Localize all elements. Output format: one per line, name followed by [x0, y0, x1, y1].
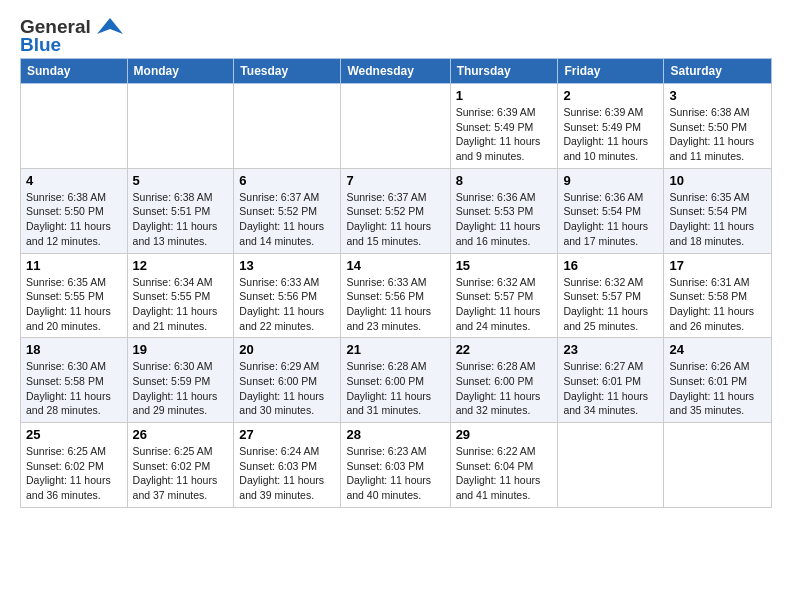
day-number: 5	[133, 173, 229, 188]
day-number: 14	[346, 258, 444, 273]
calendar-day-cell: 8Sunrise: 6:36 AM Sunset: 5:53 PM Daylig…	[450, 168, 558, 253]
day-number: 8	[456, 173, 553, 188]
calendar-day-cell: 4Sunrise: 6:38 AM Sunset: 5:50 PM Daylig…	[21, 168, 128, 253]
day-info: Sunrise: 6:30 AM Sunset: 5:58 PM Dayligh…	[26, 359, 122, 418]
day-info: Sunrise: 6:32 AM Sunset: 5:57 PM Dayligh…	[456, 275, 553, 334]
calendar-week-row: 11Sunrise: 6:35 AM Sunset: 5:55 PM Dayli…	[21, 253, 772, 338]
day-number: 7	[346, 173, 444, 188]
calendar-day-cell	[234, 84, 341, 169]
day-number: 25	[26, 427, 122, 442]
calendar-day-cell: 11Sunrise: 6:35 AM Sunset: 5:55 PM Dayli…	[21, 253, 128, 338]
weekday-header-cell: Wednesday	[341, 59, 450, 84]
day-info: Sunrise: 6:30 AM Sunset: 5:59 PM Dayligh…	[133, 359, 229, 418]
calendar-day-cell: 20Sunrise: 6:29 AM Sunset: 6:00 PM Dayli…	[234, 338, 341, 423]
day-info: Sunrise: 6:31 AM Sunset: 5:58 PM Dayligh…	[669, 275, 766, 334]
calendar-day-cell: 19Sunrise: 6:30 AM Sunset: 5:59 PM Dayli…	[127, 338, 234, 423]
calendar-day-cell: 28Sunrise: 6:23 AM Sunset: 6:03 PM Dayli…	[341, 423, 450, 508]
weekday-header-cell: Sunday	[21, 59, 128, 84]
day-info: Sunrise: 6:39 AM Sunset: 5:49 PM Dayligh…	[563, 105, 658, 164]
logo-bird-icon	[95, 16, 125, 38]
day-info: Sunrise: 6:22 AM Sunset: 6:04 PM Dayligh…	[456, 444, 553, 503]
day-info: Sunrise: 6:35 AM Sunset: 5:55 PM Dayligh…	[26, 275, 122, 334]
calendar-day-cell: 17Sunrise: 6:31 AM Sunset: 5:58 PM Dayli…	[664, 253, 772, 338]
calendar-day-cell	[341, 84, 450, 169]
day-number: 2	[563, 88, 658, 103]
calendar-day-cell	[127, 84, 234, 169]
calendar-day-cell: 27Sunrise: 6:24 AM Sunset: 6:03 PM Dayli…	[234, 423, 341, 508]
calendar-day-cell: 29Sunrise: 6:22 AM Sunset: 6:04 PM Dayli…	[450, 423, 558, 508]
weekday-header-row: SundayMondayTuesdayWednesdayThursdayFrid…	[21, 59, 772, 84]
day-info: Sunrise: 6:32 AM Sunset: 5:57 PM Dayligh…	[563, 275, 658, 334]
calendar-day-cell: 3Sunrise: 6:38 AM Sunset: 5:50 PM Daylig…	[664, 84, 772, 169]
calendar-day-cell: 6Sunrise: 6:37 AM Sunset: 5:52 PM Daylig…	[234, 168, 341, 253]
day-number: 11	[26, 258, 122, 273]
day-info: Sunrise: 6:33 AM Sunset: 5:56 PM Dayligh…	[239, 275, 335, 334]
calendar-day-cell: 25Sunrise: 6:25 AM Sunset: 6:02 PM Dayli…	[21, 423, 128, 508]
day-info: Sunrise: 6:38 AM Sunset: 5:51 PM Dayligh…	[133, 190, 229, 249]
logo-blue: Blue	[20, 34, 61, 56]
day-info: Sunrise: 6:36 AM Sunset: 5:53 PM Dayligh…	[456, 190, 553, 249]
day-number: 26	[133, 427, 229, 442]
day-info: Sunrise: 6:26 AM Sunset: 6:01 PM Dayligh…	[669, 359, 766, 418]
day-number: 16	[563, 258, 658, 273]
day-number: 27	[239, 427, 335, 442]
calendar-week-row: 4Sunrise: 6:38 AM Sunset: 5:50 PM Daylig…	[21, 168, 772, 253]
day-number: 22	[456, 342, 553, 357]
day-number: 24	[669, 342, 766, 357]
day-number: 15	[456, 258, 553, 273]
day-info: Sunrise: 6:36 AM Sunset: 5:54 PM Dayligh…	[563, 190, 658, 249]
calendar-day-cell: 15Sunrise: 6:32 AM Sunset: 5:57 PM Dayli…	[450, 253, 558, 338]
weekday-header-cell: Saturday	[664, 59, 772, 84]
calendar-day-cell	[21, 84, 128, 169]
calendar-day-cell: 22Sunrise: 6:28 AM Sunset: 6:00 PM Dayli…	[450, 338, 558, 423]
day-number: 13	[239, 258, 335, 273]
day-number: 6	[239, 173, 335, 188]
day-info: Sunrise: 6:25 AM Sunset: 6:02 PM Dayligh…	[133, 444, 229, 503]
day-number: 28	[346, 427, 444, 442]
day-number: 1	[456, 88, 553, 103]
calendar-day-cell	[558, 423, 664, 508]
weekday-header-cell: Monday	[127, 59, 234, 84]
day-info: Sunrise: 6:33 AM Sunset: 5:56 PM Dayligh…	[346, 275, 444, 334]
day-info: Sunrise: 6:27 AM Sunset: 6:01 PM Dayligh…	[563, 359, 658, 418]
day-info: Sunrise: 6:39 AM Sunset: 5:49 PM Dayligh…	[456, 105, 553, 164]
day-info: Sunrise: 6:37 AM Sunset: 5:52 PM Dayligh…	[239, 190, 335, 249]
weekday-header-cell: Thursday	[450, 59, 558, 84]
calendar-week-row: 1Sunrise: 6:39 AM Sunset: 5:49 PM Daylig…	[21, 84, 772, 169]
weekday-header-cell: Friday	[558, 59, 664, 84]
day-number: 3	[669, 88, 766, 103]
day-info: Sunrise: 6:25 AM Sunset: 6:02 PM Dayligh…	[26, 444, 122, 503]
day-number: 20	[239, 342, 335, 357]
calendar-day-cell: 12Sunrise: 6:34 AM Sunset: 5:55 PM Dayli…	[127, 253, 234, 338]
calendar-day-cell: 26Sunrise: 6:25 AM Sunset: 6:02 PM Dayli…	[127, 423, 234, 508]
calendar-body: 1Sunrise: 6:39 AM Sunset: 5:49 PM Daylig…	[21, 84, 772, 508]
day-number: 23	[563, 342, 658, 357]
day-info: Sunrise: 6:38 AM Sunset: 5:50 PM Dayligh…	[26, 190, 122, 249]
weekday-header-cell: Tuesday	[234, 59, 341, 84]
day-number: 12	[133, 258, 229, 273]
calendar-day-cell: 24Sunrise: 6:26 AM Sunset: 6:01 PM Dayli…	[664, 338, 772, 423]
calendar-day-cell: 7Sunrise: 6:37 AM Sunset: 5:52 PM Daylig…	[341, 168, 450, 253]
day-number: 18	[26, 342, 122, 357]
page-header: General Blue	[20, 16, 772, 56]
calendar-day-cell: 10Sunrise: 6:35 AM Sunset: 5:54 PM Dayli…	[664, 168, 772, 253]
calendar-day-cell: 16Sunrise: 6:32 AM Sunset: 5:57 PM Dayli…	[558, 253, 664, 338]
calendar-week-row: 25Sunrise: 6:25 AM Sunset: 6:02 PM Dayli…	[21, 423, 772, 508]
calendar-day-cell: 14Sunrise: 6:33 AM Sunset: 5:56 PM Dayli…	[341, 253, 450, 338]
calendar-week-row: 18Sunrise: 6:30 AM Sunset: 5:58 PM Dayli…	[21, 338, 772, 423]
day-number: 4	[26, 173, 122, 188]
day-info: Sunrise: 6:37 AM Sunset: 5:52 PM Dayligh…	[346, 190, 444, 249]
calendar-day-cell: 13Sunrise: 6:33 AM Sunset: 5:56 PM Dayli…	[234, 253, 341, 338]
calendar-day-cell: 23Sunrise: 6:27 AM Sunset: 6:01 PM Dayli…	[558, 338, 664, 423]
calendar-day-cell: 1Sunrise: 6:39 AM Sunset: 5:49 PM Daylig…	[450, 84, 558, 169]
logo: General Blue	[20, 16, 125, 56]
calendar-day-cell: 5Sunrise: 6:38 AM Sunset: 5:51 PM Daylig…	[127, 168, 234, 253]
day-info: Sunrise: 6:38 AM Sunset: 5:50 PM Dayligh…	[669, 105, 766, 164]
calendar-day-cell: 9Sunrise: 6:36 AM Sunset: 5:54 PM Daylig…	[558, 168, 664, 253]
day-info: Sunrise: 6:24 AM Sunset: 6:03 PM Dayligh…	[239, 444, 335, 503]
day-info: Sunrise: 6:35 AM Sunset: 5:54 PM Dayligh…	[669, 190, 766, 249]
day-info: Sunrise: 6:28 AM Sunset: 6:00 PM Dayligh…	[346, 359, 444, 418]
day-number: 21	[346, 342, 444, 357]
calendar-day-cell: 18Sunrise: 6:30 AM Sunset: 5:58 PM Dayli…	[21, 338, 128, 423]
calendar-day-cell	[664, 423, 772, 508]
